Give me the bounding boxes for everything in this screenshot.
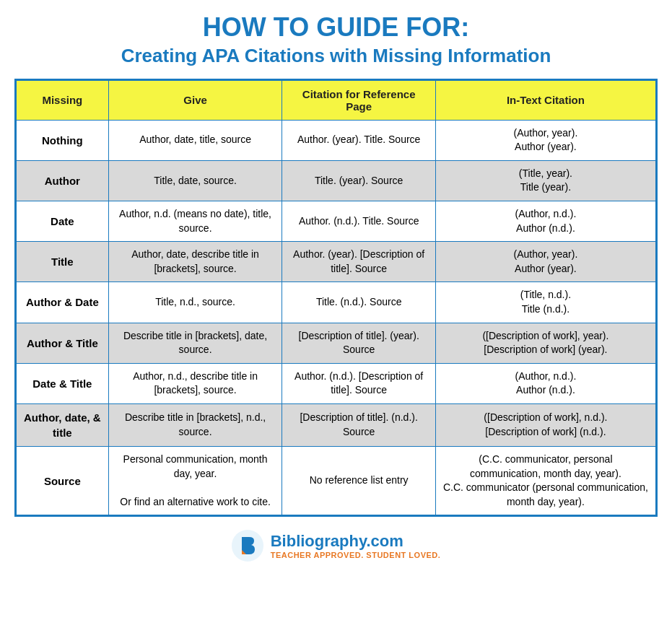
cell-missing: Title — [17, 242, 109, 282]
cell-citation: Author. (n.d.). [Description of title]. … — [282, 363, 435, 403]
cell-intext: (Author, n.d.). Author (n.d.). — [435, 363, 655, 403]
page-subtitle: Creating APA Citations with Missing Info… — [121, 45, 551, 67]
footer: Bibliography.com TEACHER APPROVED. STUDE… — [232, 530, 441, 562]
cell-intext: (Title, n.d.). Title (n.d.). — [435, 282, 655, 323]
table-row: Author & DateTitle, n.d., source.Title. … — [17, 282, 656, 323]
col-give: Give — [108, 80, 282, 120]
cell-intext: (Author, year). Author (year). — [435, 242, 655, 282]
table-row: AuthorTitle, date, source.Title. (year).… — [17, 160, 656, 201]
cell-intext: ([Description of work], year). [Descript… — [435, 323, 655, 363]
col-missing: Missing — [17, 80, 109, 120]
cell-missing: Date & Title — [17, 363, 109, 403]
cell-give: Describe title in [brackets], n.d., sour… — [108, 403, 282, 446]
cell-give: Author, n.d., describe title in [bracket… — [108, 363, 282, 403]
cell-missing: Source — [17, 446, 109, 515]
table-row: Author, date, & titleDescribe title in [… — [17, 403, 656, 446]
table-header-row: Missing Give Citation for Reference Page… — [17, 80, 656, 120]
cell-missing: Author, date, & title — [17, 403, 109, 446]
cell-give: Author, date, describe title in [bracket… — [108, 242, 282, 282]
cell-citation: No reference list entry — [282, 446, 435, 515]
cell-citation: Author. (n.d.). Title. Source — [282, 201, 435, 241]
table-row: SourcePersonal communication, month day,… — [17, 446, 656, 515]
cell-intext: (Author, year). Author (year). — [435, 120, 655, 160]
cell-give: Title, n.d., source. — [108, 282, 282, 323]
cell-give: Author, n.d. (means no date), title, sou… — [108, 201, 282, 241]
cell-intext: (Author, n.d.). Author (n.d.). — [435, 201, 655, 241]
citations-table: Missing Give Citation for Reference Page… — [16, 80, 656, 516]
table-row: Date & TitleAuthor, n.d., describe title… — [17, 363, 656, 403]
cell-missing: Author & Date — [17, 282, 109, 323]
cell-citation: Author. (year). [Description of title]. … — [282, 242, 435, 282]
cell-citation: Author. (year). Title. Source — [282, 120, 435, 160]
cell-missing: Author — [17, 160, 109, 201]
cell-give: Describe title in [brackets], date, sour… — [108, 323, 282, 363]
col-citation: Citation for Reference Page — [282, 80, 435, 120]
footer-text: Bibliography.com TEACHER APPROVED. STUDE… — [271, 532, 441, 559]
cell-give: Author, date, title, source — [108, 120, 282, 160]
cell-give: Personal communication, month day, year.… — [108, 446, 282, 515]
cell-missing: Date — [17, 201, 109, 241]
table-row: TitleAuthor, date, describe title in [br… — [17, 242, 656, 282]
col-intext: In-Text Citation — [435, 80, 655, 120]
cell-citation: [Description of title]. (n.d.). Source — [282, 403, 435, 446]
cell-give: Title, date, source. — [108, 160, 282, 201]
footer-tagline: TEACHER APPROVED. STUDENT LOVED. — [271, 551, 441, 559]
cell-missing: Nothing — [17, 120, 109, 160]
cell-intext: (C.C. communicator, personal communicati… — [435, 446, 655, 515]
footer-brand: Bibliography.com — [271, 532, 441, 551]
table-row: NothingAuthor, date, title, sourceAuthor… — [17, 120, 656, 160]
table-row: Author & TitleDescribe title in [bracket… — [17, 323, 656, 363]
cell-citation: Title. (n.d.). Source — [282, 282, 435, 323]
table-row: DateAuthor, n.d. (means no date), title,… — [17, 201, 656, 241]
cell-missing: Author & Title — [17, 323, 109, 363]
cell-intext: (Title, year). Title (year). — [435, 160, 655, 201]
bibliography-logo-icon — [232, 530, 263, 562]
cell-citation: [Description of title]. (year). Source — [282, 323, 435, 363]
cell-citation: Title. (year). Source — [282, 160, 435, 201]
citations-table-wrapper: Missing Give Citation for Reference Page… — [14, 79, 658, 518]
page-title: HOW TO GUIDE FOR: — [203, 13, 469, 42]
cell-intext: ([Description of work], n.d.). [Descript… — [435, 403, 655, 446]
